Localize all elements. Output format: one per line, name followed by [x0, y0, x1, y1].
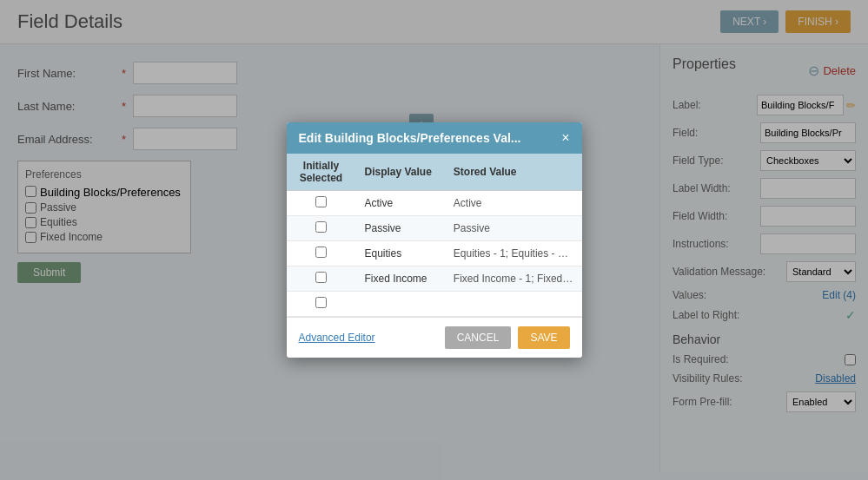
row-display-value: Passive [356, 216, 445, 241]
row-checkbox[interactable] [315, 272, 327, 283]
col-initially-selected: Initially Selected [287, 154, 356, 191]
row-checkbox[interactable] [315, 221, 327, 233]
row-checkbox-cell [287, 241, 356, 266]
row-stored-value: Active [445, 191, 582, 216]
row-display-value: Fixed Income [356, 266, 445, 292]
table-row: Equities Equities - 1; Equities - 2; E..… [287, 241, 582, 266]
row-stored-value: Equities - 1; Equities - 2; E... [445, 241, 582, 266]
modal-footer: Advanced Editor CANCEL SAVE [287, 317, 582, 358]
row-checkbox[interactable] [315, 297, 327, 308]
modal-header: Edit Building Blocks/Preferences Val... … [287, 122, 582, 154]
table-row: Fixed Income Fixed Income - 1; Fixed In.… [287, 266, 582, 292]
row-checkbox[interactable] [315, 247, 327, 258]
modal-title: Edit Building Blocks/Preferences Val... [299, 131, 521, 145]
row-display-value: Equities [356, 241, 445, 266]
row-checkbox[interactable] [315, 196, 327, 207]
modal-close-button[interactable]: × [561, 131, 569, 145]
modal-overlay: Edit Building Blocks/Preferences Val... … [0, 0, 868, 480]
row-checkbox-cell [287, 292, 356, 317]
row-display-value [356, 292, 445, 317]
row-checkbox-cell [287, 216, 356, 241]
advanced-editor-link[interactable]: Advanced Editor [299, 332, 375, 344]
row-display-value: Active [356, 191, 445, 216]
footer-buttons: CANCEL SAVE [445, 326, 570, 349]
row-checkbox-cell [287, 191, 356, 216]
modal-table-wrap: Initially Selected Display Value Stored … [287, 154, 582, 317]
modal-dialog: Edit Building Blocks/Preferences Val... … [287, 122, 582, 358]
table-row: Passive Passive [287, 216, 582, 241]
row-stored-value: Passive [445, 216, 582, 241]
row-stored-value [445, 292, 582, 317]
table-header-row: Initially Selected Display Value Stored … [287, 154, 582, 191]
row-checkbox-cell [287, 266, 356, 292]
modal-table: Initially Selected Display Value Stored … [287, 154, 582, 317]
cancel-button[interactable]: CANCEL [445, 326, 512, 349]
table-row [287, 292, 582, 317]
col-display-value: Display Value [356, 154, 445, 191]
save-button[interactable]: SAVE [518, 326, 569, 349]
row-stored-value: Fixed Income - 1; Fixed In... [445, 266, 582, 292]
col-stored-value: Stored Value [445, 154, 582, 191]
table-row: Active Active [287, 191, 582, 216]
